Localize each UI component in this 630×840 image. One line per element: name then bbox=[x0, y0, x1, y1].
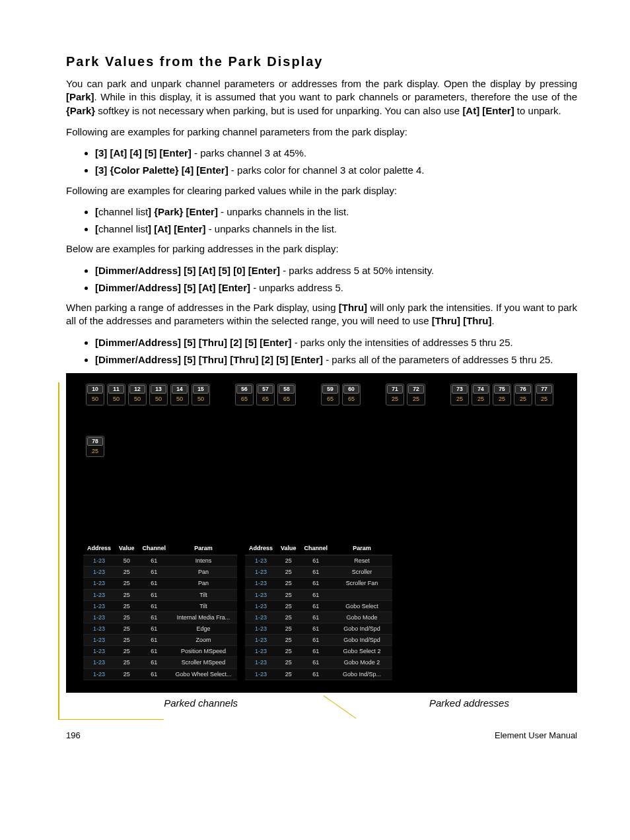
channel-cell: 7125 bbox=[386, 384, 404, 405]
list-item: [Dimmer/Address] [5] [At] [Enter] - unpa… bbox=[95, 281, 577, 295]
table-row: 1-232561 bbox=[245, 589, 392, 600]
table-row: 1-235061Intens bbox=[83, 555, 237, 567]
table-row: 1-232561Gobo Wheel Select... bbox=[83, 668, 237, 680]
table-row: 1-232561Scroller MSpeed bbox=[83, 657, 237, 668]
channel-cell: 5965 bbox=[321, 384, 339, 405]
page-number: 196 bbox=[66, 730, 81, 742]
list-item: [Dimmer/Address] [5] [Thru] [2] [5] [Ent… bbox=[95, 336, 577, 349]
channel-cell: 1050 bbox=[86, 384, 104, 405]
channel-cell: 6065 bbox=[342, 384, 361, 405]
channel-cell: 5765 bbox=[256, 384, 275, 405]
park-display-screenshot: 1050115012501350145015505665576558655965… bbox=[66, 373, 577, 693]
list-3: [Dimmer/Address] [5] [At] [5] [0] [Enter… bbox=[66, 264, 577, 295]
para-3: Following are examples for clearing park… bbox=[66, 184, 577, 197]
channel-cell: 1350 bbox=[149, 384, 168, 405]
para-4: Below are examples for parking addresses… bbox=[66, 242, 577, 256]
list-item: [Dimmer/Address] [5] [Thru] [Thru] [2] [… bbox=[95, 353, 577, 367]
table-row: 1-232561Gobo Ind/Sp... bbox=[245, 668, 392, 680]
channel-cell: 7525 bbox=[493, 384, 511, 405]
table-row: 1-232561Gobo Select bbox=[245, 600, 392, 612]
table-row: 1-232561Gobo Ind/Spd bbox=[245, 635, 392, 646]
list-item: [channel list] {Park} [Enter] - unparks … bbox=[95, 205, 577, 219]
channel-cell: 7325 bbox=[450, 384, 469, 405]
channel-cell: 7625 bbox=[514, 384, 532, 405]
table-row: 1-232561Scroller Fan bbox=[245, 578, 392, 589]
channel-cell: 5865 bbox=[277, 384, 296, 405]
table-row: 1-232561Pan bbox=[83, 567, 237, 578]
channel-cell: 1550 bbox=[192, 384, 210, 405]
channel-row: 1050115012501350145015505665576558655965… bbox=[86, 384, 569, 405]
table-row: 1-232561Gobo Mode bbox=[245, 612, 392, 623]
list-item: [3] {Color Palette} [4] [Enter] - parks … bbox=[95, 164, 577, 177]
caption-parked-channels: Parked channels bbox=[66, 697, 238, 710]
channel-cell: 7725 bbox=[535, 384, 553, 405]
channel-cell: 7425 bbox=[472, 384, 490, 405]
callout-line bbox=[58, 382, 59, 719]
channel-cell: 1250 bbox=[128, 384, 147, 405]
list-4: [Dimmer/Address] [5] [Thru] [2] [5] [Ent… bbox=[66, 336, 577, 367]
channel-cell: 5665 bbox=[235, 384, 254, 405]
list-1: [3] [At] [4] [5] [Enter] - parks channel… bbox=[66, 147, 577, 178]
callout-line bbox=[58, 719, 164, 720]
section-heading: Park Values from the Park Display bbox=[66, 53, 577, 71]
table-row: 1-232561Gobo Select 2 bbox=[245, 646, 392, 657]
intro-paragraph: You can park and unpark channel paramete… bbox=[66, 77, 577, 118]
table-row: 1-232561Gobo Ind/Spd bbox=[245, 623, 392, 634]
table-row: 1-232561Edge bbox=[83, 623, 237, 634]
list-item: [3] [At] [4] [5] [Enter] - parks channel… bbox=[95, 147, 577, 160]
list-item: [Dimmer/Address] [5] [At] [5] [0] [Enter… bbox=[95, 264, 577, 277]
caption-parked-addresses: Parked addresses bbox=[429, 697, 509, 710]
table-row: 1-232561Internal Media Fra... bbox=[83, 612, 237, 623]
address-table-1: Address Value Channel Param 1-235061Inte… bbox=[83, 542, 237, 680]
channel-cell: 7225 bbox=[407, 384, 425, 405]
table-row: 1-232561Tilt bbox=[83, 589, 237, 600]
address-table-2: Address Value Channel Param 1-232561Rese… bbox=[245, 542, 392, 680]
channel-cell: 1150 bbox=[107, 384, 125, 405]
table-row: 1-232561Position MSpeed bbox=[83, 646, 237, 657]
channel-cell: 7825 bbox=[86, 436, 104, 458]
channel-cell: 1450 bbox=[170, 384, 189, 405]
table-row: 1-232561Zoom bbox=[83, 635, 237, 646]
table-row: 1-232561Gobo Mode 2 bbox=[245, 657, 392, 668]
list-item: [channel list] [At] [Enter] - unparks ch… bbox=[95, 223, 577, 236]
table-row: 1-232561Pan bbox=[83, 578, 237, 589]
channel-row: 7825 bbox=[86, 436, 569, 458]
para-2: Following are examples for parking chann… bbox=[66, 125, 577, 139]
table-row: 1-232561Reset bbox=[245, 555, 392, 567]
para-5: When parking a range of addresses in the… bbox=[66, 301, 577, 328]
manual-title: Element User Manual bbox=[495, 730, 577, 742]
table-row: 1-232561Scroller bbox=[245, 567, 392, 578]
table-row: 1-232561Tilt bbox=[83, 600, 237, 612]
list-2: [channel list] {Park} [Enter] - unparks … bbox=[66, 205, 577, 236]
